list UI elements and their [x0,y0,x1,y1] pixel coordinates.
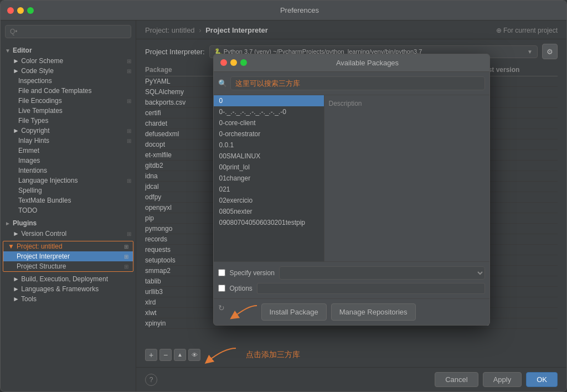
sidebar-item-textmate[interactable]: TextMate Bundles [1,195,136,205]
options-input[interactable] [257,283,485,294]
sidebar-item-spelling[interactable]: Spelling [1,185,136,195]
interpreter-label: Project Interpreter: [145,48,205,56]
minimize-button[interactable] [17,7,24,14]
bottom-bar: ? Cancel Apply OK [136,367,566,391]
modal-traffic-lights [220,59,247,66]
modal-max-button[interactable] [240,59,247,66]
list-item[interactable]: 0-._.-._.-._.-._.-._.-._.-0 [214,106,324,117]
specify-version-checkbox[interactable] [218,269,225,276]
eye-button[interactable]: 👁 [188,349,200,361]
modal-title: Available Packages [252,59,483,67]
apply-button[interactable]: Apply [483,372,522,387]
sidebar-section-editor: ▼ Editor [1,45,136,56]
sidebar-item-intentions[interactable]: Intentions [1,166,136,176]
sidebar-item-project-structure[interactable]: Project Structure ⊞ [3,261,133,271]
install-arrow-annotation [229,303,257,321]
list-item[interactable]: 0-core-client [214,117,324,128]
options-label: Options [230,285,252,292]
available-packages-list: 0 0-._.-._.-._.-._.-._.-._.-0 0-core-cli… [214,95,324,261]
list-item[interactable]: 0-orchestrator [214,128,324,140]
refresh-icon[interactable]: ↻ [218,303,225,321]
sidebar-section-plugins: ► Plugins [1,218,136,229]
preferences-window: Preferences ▼ Editor ► Color Scheme ⊞ ► … [0,0,567,392]
sidebar-item-file-encodings[interactable]: File Encodings ⊞ [1,96,136,106]
modal-options: Specify version Options [214,261,489,298]
modal-search-icon: 🔍 [218,79,227,87]
description-label: Description [329,100,485,107]
package-detail: Description [324,95,489,261]
sidebar-item-copyright[interactable]: ► Copyright ⊞ [1,126,136,136]
window-title: Preferences [39,6,560,14]
specify-version-label: Specify version [230,269,275,277]
sidebar-item-file-types[interactable]: File Types [1,116,136,126]
copyright-icon: ⊞ [127,128,131,134]
sidebar-item-images[interactable]: Images [1,156,136,166]
version-select[interactable] [279,266,485,280]
sidebar-item-project-interpreter[interactable]: Project Interpreter ⊞ [3,251,133,261]
cancel-button[interactable]: Cancel [435,372,478,387]
close-button[interactable] [7,7,14,14]
modal-min-button[interactable] [230,59,237,66]
modal-body: 0 0-._.-._.-._.-._.-._.-._.-0 0-core-cli… [214,95,489,261]
install-package-button[interactable]: Install Package [261,303,327,321]
add-package-button[interactable]: + [145,349,157,361]
vc-icon: ⊞ [127,231,131,237]
specify-version-row: Specify version [218,266,485,280]
list-item[interactable]: 0.0.1 [214,140,324,151]
sidebar-item-file-code-templates[interactable]: File and Code Templates [1,86,136,96]
modal-close-button[interactable] [220,59,227,66]
sidebar-item-emmet[interactable]: Emmet [1,146,136,156]
editor-arrow-icon: ▼ [5,48,11,54]
breadcrumb: Project: untitled › Project Interpreter [145,26,268,34]
sidebar-item-language-injections[interactable]: Language Injections ⊞ [1,176,136,185]
list-item[interactable]: 021 [214,184,324,195]
pi-icon: ⊞ [124,254,128,260]
modal-search-container: 🔍 [214,72,489,95]
modal-footer: ↻ Install Package Manage Repositories [214,298,489,325]
ps-icon: ⊞ [124,264,128,270]
list-item[interactable]: 0805nexter [214,206,324,217]
search-input[interactable] [5,25,131,38]
sidebar-search-container [1,20,136,43]
traffic-lights [7,7,34,14]
manage-repositories-button[interactable]: Manage Repositories [331,303,416,321]
list-item[interactable]: 00SMALINUX [214,151,324,162]
available-packages-modal: Available Packages 🔍 0 0-._.-._.-._.-._.… [213,54,490,326]
gear-button[interactable]: ⚙ [542,44,558,59]
list-item[interactable]: 0 [214,95,324,106]
lang-inject-icon: ⊞ [127,178,131,184]
add-annotation-text: 点击添加三方库 [246,350,300,360]
remove-package-button[interactable]: − [159,349,172,361]
up-button[interactable]: ▲ [174,349,186,361]
sidebar-item-languages[interactable]: ► Languages & Frameworks [1,284,136,294]
code-style-icon: ⊞ [127,68,131,74]
add-arrow-annotation [208,345,241,364]
sidebar-item-version-control[interactable]: ► Version Control ⊞ [1,229,136,239]
modal-titlebar: Available Packages [214,54,489,72]
sidebar-project-group: ▼ Project: untitled ⊞ Project Interprete… [3,241,133,272]
help-button[interactable]: ? [145,374,157,386]
dropdown-arrow-icon: ▼ [527,49,533,55]
sidebar-project-header[interactable]: ▼ Project: untitled ⊞ [3,241,133,251]
sidebar-item-inlay-hints[interactable]: Inlay Hints ⊞ [1,136,136,146]
for-current-project: ⊕ For current project [496,27,558,34]
sidebar: ▼ Editor ► Color Scheme ⊞ ► Code Style ⊞… [1,20,136,391]
sidebar-item-build[interactable]: ► Build, Execution, Deployment [1,274,136,284]
ok-button[interactable]: OK [526,372,558,387]
maximize-button[interactable] [27,7,34,14]
options-checkbox[interactable] [218,285,225,292]
list-item[interactable]: 02exercicio [214,195,324,206]
sidebar-item-color-scheme[interactable]: ► Color Scheme ⊞ [1,56,136,66]
sidebar-item-code-style[interactable]: ► Code Style ⊞ [1,66,136,76]
sidebar-item-inspections[interactable]: Inspections [1,76,136,86]
list-item[interactable]: 090807040506030201testpip [214,217,324,228]
list-item[interactable]: 01changer [214,173,324,184]
sidebar-item-tools[interactable]: ► Tools [1,294,136,304]
sidebar-item-live-templates[interactable]: Live Templates [1,106,136,116]
color-scheme-icon: ⊞ [127,58,131,64]
titlebar: Preferences [1,1,566,20]
project-arrow-icon: ▼ [8,243,14,250]
list-item[interactable]: 00print_lol [214,162,324,173]
sidebar-item-todo[interactable]: TODO [1,205,136,215]
modal-search-input[interactable] [230,76,485,90]
